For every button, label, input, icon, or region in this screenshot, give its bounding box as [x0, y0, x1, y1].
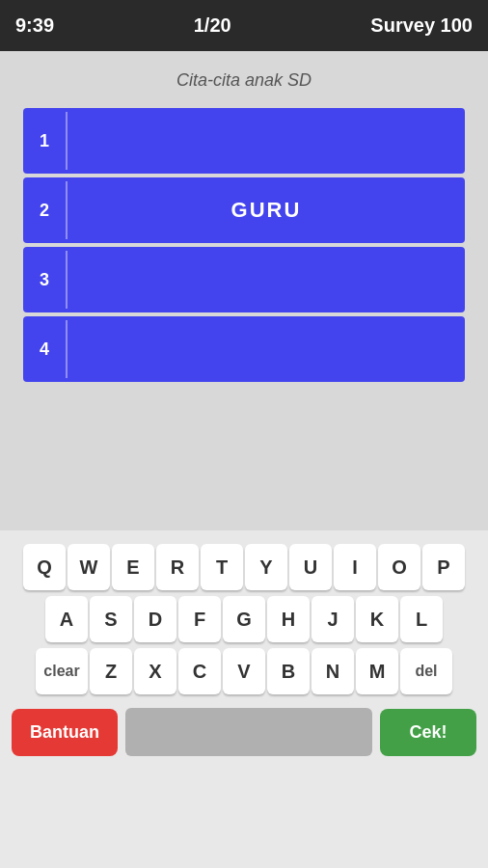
- key-row: clearZXCVBNMdel: [4, 648, 484, 694]
- key-row: ASDFGHJKL: [4, 596, 484, 642]
- status-time: 9:39: [15, 14, 54, 37]
- row-divider: [66, 112, 68, 170]
- key-a[interactable]: A: [45, 596, 88, 642]
- input-display[interactable]: [125, 708, 372, 756]
- status-progress: 1/20: [194, 14, 231, 37]
- answer-row[interactable]: 4: [23, 316, 465, 382]
- row-number: 2: [23, 201, 66, 221]
- status-title: Survey 100: [370, 14, 473, 37]
- key-u[interactable]: U: [289, 544, 332, 590]
- key-r[interactable]: R: [156, 544, 199, 590]
- key-y[interactable]: Y: [245, 544, 287, 590]
- key-b[interactable]: B: [267, 648, 310, 694]
- key-h[interactable]: H: [267, 596, 310, 642]
- key-w[interactable]: W: [68, 544, 110, 590]
- key-s[interactable]: S: [90, 596, 132, 642]
- key-f[interactable]: F: [178, 596, 221, 642]
- key-o[interactable]: O: [378, 544, 420, 590]
- keyboard-rows: QWERTYUIOPASDFGHJKLclearZXCVBNMdel: [4, 544, 484, 694]
- key-q[interactable]: Q: [23, 544, 66, 590]
- key-clear[interactable]: clear: [36, 648, 88, 694]
- key-e[interactable]: E: [112, 544, 154, 590]
- key-m[interactable]: M: [356, 648, 398, 694]
- row-divider: [66, 251, 68, 309]
- status-bar: 9:39 1/20 Survey 100: [0, 0, 488, 51]
- key-l[interactable]: L: [400, 596, 443, 642]
- key-g[interactable]: G: [223, 596, 265, 642]
- row-number: 4: [23, 339, 66, 360]
- cek-button[interactable]: Cek!: [380, 709, 476, 756]
- answer-row[interactable]: 3: [23, 247, 465, 312]
- row-number: 1: [23, 131, 66, 151]
- key-t[interactable]: T: [201, 544, 243, 590]
- key-del[interactable]: del: [400, 648, 452, 694]
- keyboard-area: QWERTYUIOPASDFGHJKLclearZXCVBNMdel Bantu…: [0, 530, 488, 868]
- answer-row[interactable]: 2 GURU: [23, 177, 465, 243]
- row-answer: GURU: [68, 198, 465, 223]
- question-title: Cita-cita anak SD: [23, 70, 465, 91]
- key-d[interactable]: D: [134, 596, 176, 642]
- answer-row[interactable]: 1: [23, 108, 465, 174]
- key-v[interactable]: V: [223, 648, 265, 694]
- key-row: QWERTYUIOP: [4, 544, 484, 590]
- key-c[interactable]: C: [178, 648, 221, 694]
- key-i[interactable]: I: [334, 544, 376, 590]
- bottom-buttons: Bantuan Cek!: [4, 700, 484, 756]
- key-z[interactable]: Z: [90, 648, 132, 694]
- game-area: Cita-cita anak SD 1 2 GURU 3 4: [0, 51, 488, 530]
- key-k[interactable]: K: [356, 596, 398, 642]
- key-j[interactable]: J: [312, 596, 354, 642]
- key-p[interactable]: P: [422, 544, 465, 590]
- answer-rows: 1 2 GURU 3 4: [23, 108, 465, 382]
- bantuan-button[interactable]: Bantuan: [12, 709, 118, 756]
- key-n[interactable]: N: [312, 648, 354, 694]
- row-divider: [66, 320, 68, 378]
- key-x[interactable]: X: [134, 648, 176, 694]
- row-number: 3: [23, 270, 66, 290]
